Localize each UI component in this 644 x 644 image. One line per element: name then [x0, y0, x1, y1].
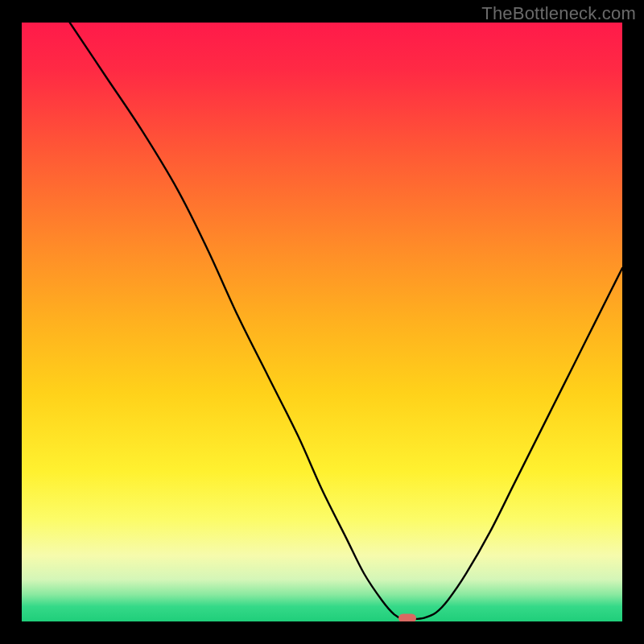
gradient-background: [22, 23, 622, 621]
optimal-marker: [398, 613, 416, 621]
watermark-label: TheBottleneck.com: [481, 3, 636, 24]
chart-frame: TheBottleneck.com: [0, 0, 644, 644]
plot-area: [22, 23, 622, 621]
bottleneck-curve: [22, 23, 622, 621]
